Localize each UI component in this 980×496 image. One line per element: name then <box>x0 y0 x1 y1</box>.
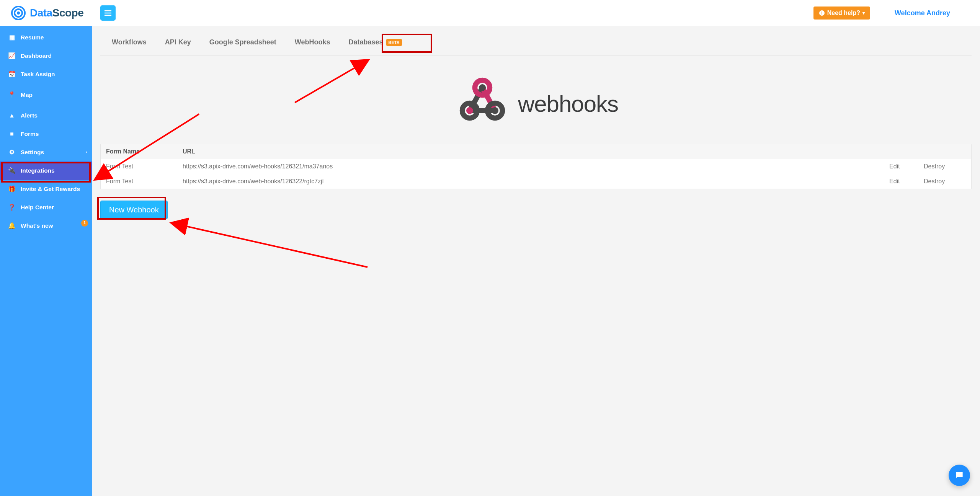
sidebar-item-label: Invite & Get Rewards <box>21 185 80 193</box>
svg-text:i: i <box>821 11 822 15</box>
need-help-label: Need help? <box>827 10 860 16</box>
svg-point-12 <box>466 107 473 114</box>
sidebar-item-label: What's new <box>21 222 53 229</box>
integration-tabs: Workflows API Key Google Spreadsheet Web… <box>100 26 972 56</box>
sidebar-item-invite-rewards[interactable]: 🎁 Invite & Get Rewards <box>0 180 92 198</box>
sidebar-item-resume[interactable]: ▦ Resume <box>0 28 92 47</box>
info-icon: i <box>819 10 825 16</box>
sidebar: ▦ Resume 📈 Dashboard 📅 Task Assign 📍 Map… <box>0 26 92 496</box>
tab-label: Google Spreadsheet <box>209 38 276 46</box>
gear-icon: ⚙ <box>8 148 15 156</box>
sidebar-item-forms[interactable]: ■ Forms <box>0 125 92 143</box>
plug-icon: 🔌 <box>8 167 15 175</box>
col-header-url: URL <box>183 148 889 155</box>
svg-point-13 <box>492 107 498 114</box>
sidebar-item-label: Alerts <box>21 112 38 119</box>
brand-mark-icon <box>11 5 26 21</box>
warning-icon: ▲ <box>8 112 15 119</box>
brand-logo[interactable]: DataScope <box>11 5 83 21</box>
help-icon: ❓ <box>8 204 15 211</box>
chevron-left-icon: ‹ <box>86 150 87 155</box>
webhooks-hero-label: webhooks <box>518 91 618 117</box>
tab-label: WebHooks <box>295 38 330 46</box>
chat-launcher-button[interactable] <box>949 465 970 486</box>
svg-point-11 <box>479 84 486 91</box>
tab-databases[interactable]: Databases BETA <box>348 37 402 48</box>
sidebar-item-label: Help Center <box>21 204 54 211</box>
bell-icon: 🔔 <box>8 222 15 230</box>
need-help-button[interactable]: i Need help? ▾ <box>813 7 870 20</box>
sidebar-item-label: Resume <box>21 34 44 41</box>
sidebar-item-whats-new[interactable]: 🔔 What's new 1 <box>0 217 92 235</box>
webhooks-table: Form Name URL .. Form Test https://s3.ap… <box>100 144 972 189</box>
sidebar-item-task-assign[interactable]: 📅 Task Assign <box>0 65 92 83</box>
welcome-user[interactable]: Welcome Andrey <box>895 9 950 17</box>
new-webhook-button[interactable]: New Webhook <box>100 201 168 219</box>
sidebar-item-alerts[interactable]: ▲ Alerts <box>0 106 92 125</box>
svg-line-16 <box>172 223 368 267</box>
tab-label: Databases <box>348 38 383 46</box>
tab-google-spreadsheet[interactable]: Google Spreadsheet <box>209 37 277 48</box>
sidebar-item-label: Map <box>21 91 33 98</box>
tab-workflows[interactable]: Workflows <box>111 37 147 48</box>
beta-badge: BETA <box>386 39 402 46</box>
cell-url: https://s3.apix-drive.com/web-hooks/1263… <box>183 163 889 170</box>
webhooks-logo-icon <box>454 75 511 132</box>
topbar: DataScope i Need help? ▾ Welcome Andrey <box>0 0 980 26</box>
svg-rect-3 <box>105 10 111 11</box>
tab-label: API Key <box>165 38 191 46</box>
sidebar-item-label: Dashboard <box>21 52 52 59</box>
sidebar-item-map[interactable]: 📍 Map <box>0 83 92 106</box>
destroy-link[interactable]: Destroy <box>924 178 966 185</box>
col-header-form: Form Name <box>106 148 183 155</box>
main-content: Workflows API Key Google Spreadsheet Web… <box>92 26 980 496</box>
table-row: Form Test https://s3.apix-drive.com/web-… <box>101 159 971 174</box>
sidebar-item-integrations[interactable]: 🔌 Integrations <box>0 162 92 180</box>
chat-icon <box>954 470 964 480</box>
hamburger-icon <box>105 10 111 16</box>
cell-form: Form Test <box>106 178 183 185</box>
brand-text: DataScope <box>30 7 83 19</box>
grid-icon: ▦ <box>8 34 15 41</box>
sidebar-item-label: Integrations <box>21 167 55 174</box>
svg-rect-4 <box>105 13 111 13</box>
svg-rect-5 <box>105 15 111 16</box>
sidebar-item-dashboard[interactable]: 📈 Dashboard <box>0 47 92 65</box>
chart-icon: 📈 <box>8 52 15 60</box>
sidebar-item-label: Forms <box>21 130 39 137</box>
calendar-icon: 📅 <box>8 70 15 78</box>
sidebar-item-settings[interactable]: ⚙ Settings ‹ <box>0 143 92 162</box>
cell-form: Form Test <box>106 163 183 170</box>
archive-icon: ■ <box>8 130 15 138</box>
sidebar-item-label: Task Assign <box>21 70 55 78</box>
sidebar-item-help-center[interactable]: ❓ Help Center <box>0 198 92 217</box>
caret-down-icon: ▾ <box>862 10 865 16</box>
edit-link[interactable]: Edit <box>889 163 924 170</box>
webhooks-hero: webhooks <box>100 56 972 144</box>
tab-api-key[interactable]: API Key <box>164 37 192 48</box>
cell-url: https://s3.apix-drive.com/web-hooks/1263… <box>183 178 889 185</box>
sidebar-toggle-button[interactable] <box>100 5 116 21</box>
notification-badge: 1 <box>81 220 88 227</box>
tab-webhooks[interactable]: WebHooks <box>294 37 331 48</box>
tab-label: Workflows <box>112 38 147 46</box>
sidebar-item-label: Settings <box>21 148 44 156</box>
pin-icon: 📍 <box>8 91 15 99</box>
table-row: Form Test https://s3.apix-drive.com/web-… <box>101 174 971 189</box>
destroy-link[interactable]: Destroy <box>924 163 966 170</box>
table-header-row: Form Name URL .. <box>101 144 971 159</box>
edit-link[interactable]: Edit <box>889 178 924 185</box>
svg-point-2 <box>17 11 20 15</box>
gift-icon: 🎁 <box>8 185 15 193</box>
